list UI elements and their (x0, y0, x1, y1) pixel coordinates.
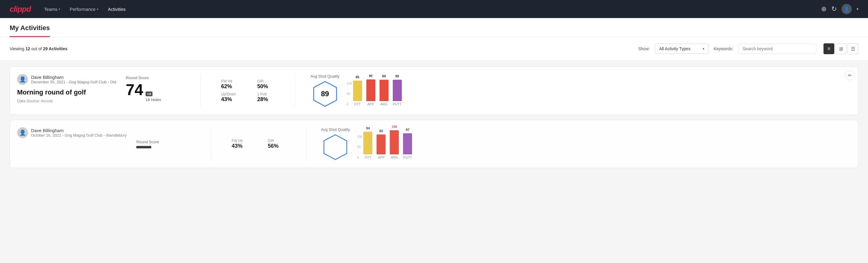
bar-putt-rect-2 (403, 133, 412, 154)
bar-arg-xlabel: ARG (380, 102, 388, 106)
hexagon-score: 89 (312, 80, 339, 108)
user-date: December 05, 2021 - Gog Magog Golf Club … (31, 80, 116, 84)
bar-app-2: 82 APP (377, 135, 385, 159)
bar-arg-2: 106 ARG (390, 130, 399, 159)
shot-stats-2: FW Hit 43% GIR 56% (231, 127, 292, 161)
bar-putt-label-2: 87 (406, 128, 409, 132)
fw-hit-stat-2: FW Hit 43% (231, 139, 256, 149)
avg-shot-quality-section-2: Avg Shot Quality 100 50 0 (321, 127, 851, 161)
edit-icon: ✏ (848, 72, 852, 78)
avatar-icon: 👤 (19, 76, 26, 83)
logo[interactable]: clippd (10, 4, 31, 14)
avg-shot-quality-section: Avg Shot Quality 89 100 50 0 (310, 74, 851, 108)
add-icon[interactable]: ⊕ (821, 5, 827, 13)
divider-2 (296, 74, 296, 108)
divider-3 (211, 127, 211, 161)
avatar-icon-2: 👤 (19, 129, 26, 136)
bar-app-rect (366, 80, 375, 101)
chevron-down-icon: ▾ (97, 7, 98, 11)
bar-app-xlabel-2: APP (378, 155, 384, 159)
bar-putt-rect (393, 80, 402, 101)
divider-4 (306, 127, 307, 161)
updown-label: Up/Down (221, 92, 245, 96)
bar-ott-rect-2 (363, 132, 372, 154)
bar-putt: 89 PUTT (393, 80, 402, 106)
filter-bar: Viewing 12 out of 29 Activities Show: Al… (0, 37, 868, 60)
compact-list-icon: ≡ (828, 46, 830, 52)
main-nav: Teams ▾ Performance ▾ Activities (40, 4, 129, 14)
score-holes: 18 Holes (146, 97, 161, 104)
hex-score-value: 89 (321, 90, 329, 98)
gir-label-2: GIR (268, 139, 292, 143)
bar-putt-xlabel: PUTT (393, 102, 402, 106)
user-row-2: 👤 Dave Billingham October 16, 2021 - Gog… (17, 127, 127, 138)
user-name: Dave Billingham (31, 75, 116, 80)
bar-chart: 100 50 0 85 OTT (347, 76, 431, 106)
view-toggle: ≡ ⊞ ☰ (824, 43, 858, 54)
gir-value-2: 56% (268, 143, 292, 149)
round-score-section: Round Score 74 +4 18 Holes (126, 74, 186, 108)
updown-value: 43% (221, 96, 245, 103)
gir-stat-2: GIR 56% (268, 139, 292, 149)
shot-row-1-2: FW Hit 43% GIR 56% (231, 139, 292, 149)
avatar-chevron: ▾ (857, 7, 858, 11)
bar-arg-label: 89 (382, 74, 385, 78)
refresh-icon[interactable]: ↻ (831, 5, 837, 13)
fw-hit-label-2: FW Hit (231, 139, 256, 143)
compact-list-view-btn[interactable]: ≡ (824, 43, 834, 54)
user-avatar-btn[interactable]: 👤 (841, 4, 852, 14)
bar-arg-xlabel-2: ARG (391, 155, 398, 159)
oneputt-value: 28% (257, 96, 281, 103)
y-label-50-2: 50 (357, 145, 363, 149)
bar-ott-xlabel: OTT (354, 102, 361, 106)
score-badge: +4 (146, 91, 153, 96)
grid-icon: ⊞ (839, 46, 843, 52)
nav-teams[interactable]: Teams ▾ (40, 4, 64, 14)
bar-app-label: 90 (369, 74, 372, 78)
nav-activities[interactable]: Activities (104, 4, 129, 14)
hexagon-score-2 (322, 134, 349, 161)
activity-type-value: All Activity Types (659, 46, 690, 51)
dropdown-chevron-icon: ▾ (703, 47, 704, 51)
shot-row-1: FW Hit 62% GIR 50% (221, 79, 281, 90)
bar-arg: 89 ARG (379, 80, 389, 106)
score-row: 74 +4 18 Holes (126, 82, 186, 106)
bar-ott-label-2: 94 (366, 126, 370, 130)
grid-view-btn[interactable]: ⊞ (836, 43, 846, 54)
list-view-btn[interactable]: ☰ (847, 43, 858, 54)
user-date-2: October 16, 2021 - Gog Magog Golf Club -… (31, 133, 127, 138)
y-axis: 100 50 0 (347, 82, 353, 106)
bar-ott-2: 94 OTT (363, 132, 372, 159)
score-dash (136, 146, 151, 148)
activities-content: ✏ 👤 Dave Billingham December 05, 2021 - … (0, 60, 868, 179)
bars: 85 OTT 90 APP (353, 82, 431, 106)
activity-type-dropdown[interactable]: All Activity Types ▾ (655, 43, 709, 54)
round-score-label-2: Round Score (136, 140, 196, 144)
bar-putt-2: 87 PUTT (403, 133, 412, 159)
gir-stat: GIR 50% (257, 79, 281, 90)
user-icon: 👤 (844, 6, 850, 12)
page-title: My Activities (10, 18, 50, 37)
header-actions: ⊕ ↻ 👤 ▾ (821, 4, 858, 14)
oneputt-stat: 1 Putt 28% (257, 92, 281, 103)
bar-app-rect-2 (377, 135, 385, 154)
y-label-100-2: 100 (357, 135, 363, 139)
bar-ott-rect (353, 81, 362, 101)
search-input[interactable] (738, 43, 816, 54)
gir-label: GIR (257, 79, 281, 83)
activity-card-left: 👤 Dave Billingham December 05, 2021 - Go… (17, 74, 116, 108)
fw-hit-label: FW Hit (221, 79, 245, 83)
edit-button[interactable]: ✏ (845, 70, 855, 80)
score-row-2 (136, 146, 196, 148)
activity-card-2: 👤 Dave Billingham October 16, 2021 - Gog… (10, 120, 858, 168)
data-source: Data Source: Arccos (17, 99, 116, 103)
bar-chart-container-2: 100 50 0 94 OTT (357, 129, 441, 159)
y-axis-2: 100 50 0 (357, 135, 364, 159)
avatar-2: 👤 (17, 127, 28, 138)
fw-hit-value-2: 43% (231, 143, 256, 149)
nav-performance[interactable]: Performance ▾ (66, 4, 102, 14)
list-icon: ☰ (851, 46, 855, 52)
shot-stats: FW Hit 62% GIR 50% Up/Down 43% 1 Putt 28… (221, 74, 281, 108)
y-label-0: 0 (347, 103, 352, 106)
viewing-count-text: Viewing 12 out of 29 Activities (10, 46, 67, 51)
